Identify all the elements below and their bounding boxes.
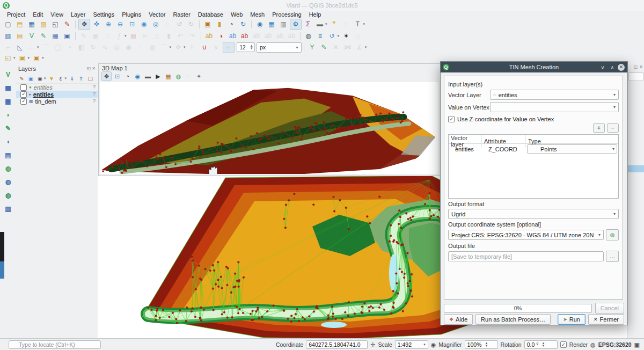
menu-vector[interactable]: Vector xyxy=(145,11,169,18)
menu-processing[interactable]: Processing xyxy=(268,11,305,18)
new-map-view-button[interactable]: ▣ xyxy=(202,19,213,30)
add-vector-layer-button[interactable]: ▤ xyxy=(14,31,25,41)
cad-angle-button-dropdown[interactable]: ▾ xyxy=(365,45,367,49)
select-features-button-dropdown[interactable]: ▾ xyxy=(13,56,16,60)
add-raster-layer-button[interactable]: ▦ xyxy=(3,83,13,93)
menu-web[interactable]: Web xyxy=(227,11,246,18)
style-manager-button[interactable]: ✎ xyxy=(62,19,72,30)
toolbox-selected-row[interactable] xyxy=(627,165,644,172)
save-image-button[interactable]: ▦ xyxy=(164,72,173,81)
add-mesh-layer-button[interactable]: ▩ xyxy=(3,96,13,106)
close-button[interactable]: ✕ Fermer xyxy=(588,314,624,325)
open-layer-styling-button[interactable]: ✎ xyxy=(18,75,26,83)
layer-styling-button[interactable]: ◑ xyxy=(216,31,226,41)
processing-toolbox-button[interactable]: ⚙ xyxy=(290,19,302,30)
add-wms-layer-button[interactable]: ◍ xyxy=(3,163,13,173)
chevron-down-icon[interactable]: ∨ xyxy=(598,63,607,71)
select-by-value-button-dropdown[interactable]: ▾ xyxy=(28,56,30,60)
run-button[interactable]: ➤ Run xyxy=(558,314,586,325)
select-by-value-button[interactable]: ▣ xyxy=(17,53,28,63)
add-virtual-layer-button[interactable]: ▥ xyxy=(3,203,13,214)
output-file-input[interactable] xyxy=(448,251,604,261)
float-panel-icon[interactable]: ◱ xyxy=(87,66,91,71)
measure-button[interactable]: ▬ xyxy=(314,19,325,30)
spin-arrows-icon[interactable]: ▲▼ xyxy=(485,342,488,347)
new-print-layout-button[interactable]: ◱ xyxy=(50,19,61,30)
filter-by-expression-button-dropdown[interactable]: ▾ xyxy=(65,76,67,81)
attribute-table-button[interactable]: ▦ xyxy=(266,19,277,30)
remove-row-button[interactable]: − xyxy=(607,123,619,133)
filter-legend-button[interactable]: ▼ xyxy=(48,75,56,83)
report-bug-button[interactable]: ✶ xyxy=(341,31,352,41)
menu-raster[interactable]: Raster xyxy=(169,11,194,18)
save-project-button[interactable]: ▦ xyxy=(26,19,37,30)
menu-settings[interactable]: Settings xyxy=(89,11,118,18)
identify-3d-button[interactable]: ◉ xyxy=(133,72,142,81)
new-project-button[interactable]: ▢ xyxy=(3,19,13,30)
export-3d-scene-button[interactable]: ◍ xyxy=(174,72,183,81)
add-group-button[interactable]: ▣ xyxy=(27,75,35,83)
text-annotation-button[interactable]: T xyxy=(353,19,363,30)
close-panel-icon[interactable]: ✕ xyxy=(639,64,643,69)
add-wfs-layer-button[interactable]: ◍ xyxy=(3,190,13,200)
toolbox-search-stub[interactable] xyxy=(628,72,643,81)
identify-features-button[interactable]: ◉ xyxy=(254,19,265,30)
digitize-shape-button[interactable]: ◺ xyxy=(14,42,25,53)
coordinate-input[interactable] xyxy=(306,340,368,349)
layer-visibility-checkbox[interactable]: ✓ xyxy=(20,91,27,98)
menu-edit[interactable]: Edit xyxy=(29,11,47,18)
statistics-button[interactable]: Σ xyxy=(303,19,313,30)
message-log-icon[interactable]: ▣ xyxy=(634,341,640,348)
menu-view[interactable]: View xyxy=(47,11,67,18)
text-annotation-button-dropdown[interactable]: ▾ xyxy=(363,22,365,26)
metasearch-button[interactable]: ◍ xyxy=(303,31,314,41)
scale-select[interactable]: 1:492 ▾ xyxy=(395,340,428,349)
select-crs-button[interactable]: ◍ xyxy=(606,229,619,240)
symbol-unit-select[interactable]: px ▾ xyxy=(257,42,302,53)
zoom-full-3d-button[interactable]: ⊡ xyxy=(113,72,122,81)
add-spatialite-layer-button[interactable]: ✎ xyxy=(3,123,13,133)
labeling-button[interactable]: ab xyxy=(204,31,215,41)
lock-scale-icon[interactable]: ◉ xyxy=(431,341,436,348)
filter-by-expression-button[interactable]: ε xyxy=(57,75,65,83)
new-mesh-layer-button[interactable]: ▦ xyxy=(50,31,61,41)
dock-tab-blue[interactable] xyxy=(0,261,4,279)
vector-layer-select[interactable]: ∴ entities ▾ xyxy=(490,90,619,100)
offset-curve-button-dropdown[interactable]: ▾ xyxy=(170,45,172,49)
field-calculator-button[interactable]: ▥ xyxy=(278,19,289,30)
animations-button[interactable]: ◔ xyxy=(123,72,132,81)
layer-indicator-icon[interactable]: ? xyxy=(92,84,96,90)
float-panel-icon[interactable]: ◱ xyxy=(634,64,638,69)
temporal-controller-button[interactable]: ◔ xyxy=(226,19,237,30)
output-format-select[interactable]: Ugrid ▾ xyxy=(448,209,619,219)
output-crs-select[interactable]: Project CRS: EPSG:32620 - WGS 84 / UTM z… xyxy=(448,230,604,240)
layer-row-tin-dem[interactable]: ✓ ▦ tin_dem ? xyxy=(16,98,98,105)
layer-indicator-icon[interactable]: ? xyxy=(92,98,96,104)
add-row-button[interactable]: + xyxy=(593,123,605,133)
add-oracle-layer-button[interactable]: ▤ xyxy=(3,150,13,160)
menu-layer[interactable]: Layer xyxy=(67,11,90,18)
add-wcs-layer-button[interactable]: ◍ xyxy=(3,177,13,187)
expand-all-button[interactable]: ⇓ xyxy=(68,75,76,83)
extent-icon[interactable]: ✛ xyxy=(370,341,375,348)
cad-construction-button[interactable]: Y xyxy=(307,42,318,53)
new-virtual-layer-button[interactable]: ▣ xyxy=(62,31,72,41)
manage-map-themes-button[interactable]: ◉ xyxy=(36,75,44,83)
zoom-in-button[interactable]: ⊕ xyxy=(103,19,114,30)
layer-row-entities[interactable]: ✓ ● entities ? xyxy=(16,91,98,98)
processing-history-button[interactable]: ↺ xyxy=(327,31,338,41)
select-features-button[interactable]: ◱ xyxy=(3,53,13,63)
menu-database[interactable]: Database xyxy=(194,11,227,18)
python-console-button[interactable]: ≡ xyxy=(315,31,326,41)
symbol-size-spinbox[interactable]: 12 ▲▼ xyxy=(237,42,255,52)
menu-mesh[interactable]: Mesh xyxy=(246,11,268,18)
close-panel-icon[interactable]: ✕ xyxy=(92,66,96,71)
new-geopackage-layer-button[interactable]: ✎ xyxy=(38,31,49,41)
open-data-source-manager-button[interactable]: ▧ xyxy=(3,31,13,41)
spin-arrows-icon[interactable]: ▲▼ xyxy=(541,342,545,347)
manage-map-themes-button-dropdown[interactable]: ▾ xyxy=(44,76,46,81)
map3d-view[interactable] xyxy=(100,82,438,174)
browse-file-button[interactable]: … xyxy=(606,251,619,262)
move-feature-button-dropdown[interactable]: ▾ xyxy=(184,45,186,49)
pan-to-selection-button[interactable]: ✜ xyxy=(91,19,102,30)
